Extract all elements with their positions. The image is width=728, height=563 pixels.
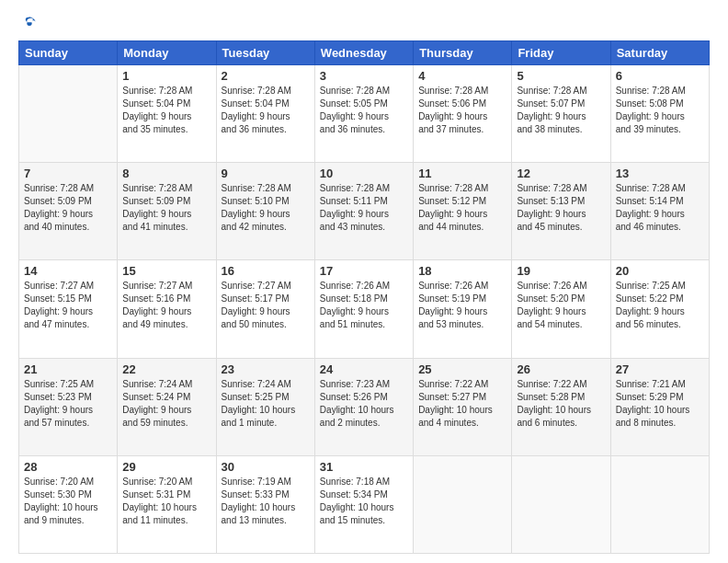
calendar-cell: 18Sunrise: 7:26 AM Sunset: 5:19 PM Dayli…: [414, 260, 512, 358]
day-info: Sunrise: 7:25 AM Sunset: 5:23 PM Dayligh…: [24, 378, 112, 430]
calendar-cell: 16Sunrise: 7:27 AM Sunset: 5:17 PM Dayli…: [216, 260, 314, 358]
calendar-cell: 22Sunrise: 7:24 AM Sunset: 5:24 PM Dayli…: [118, 358, 216, 455]
weekday-header-tuesday: Tuesday: [216, 41, 314, 65]
day-number: 22: [122, 362, 210, 376]
day-number: 18: [418, 264, 506, 278]
weekday-header-monday: Monday: [118, 41, 216, 65]
calendar-cell: 25Sunrise: 7:22 AM Sunset: 5:27 PM Dayli…: [414, 358, 512, 455]
week-row-2: 7Sunrise: 7:28 AM Sunset: 5:09 PM Daylig…: [19, 163, 710, 260]
day-number: 25: [418, 362, 506, 376]
calendar-cell: 1Sunrise: 7:28 AM Sunset: 5:04 PM Daylig…: [118, 65, 216, 163]
day-info: Sunrise: 7:20 AM Sunset: 5:30 PM Dayligh…: [24, 476, 112, 527]
calendar-cell: 6Sunrise: 7:28 AM Sunset: 5:08 PM Daylig…: [610, 65, 709, 163]
weekday-header-saturday: Saturday: [610, 41, 709, 65]
calendar-cell: 4Sunrise: 7:28 AM Sunset: 5:06 PM Daylig…: [414, 65, 512, 163]
day-info: Sunrise: 7:28 AM Sunset: 5:06 PM Dayligh…: [418, 85, 506, 136]
calendar-page: SundayMondayTuesdayWednesdayThursdayFrid…: [0, 0, 728, 563]
calendar-cell: 21Sunrise: 7:25 AM Sunset: 5:23 PM Dayli…: [19, 358, 118, 455]
day-info: Sunrise: 7:27 AM Sunset: 5:15 PM Dayligh…: [24, 280, 112, 331]
day-number: 5: [517, 69, 605, 83]
day-number: 21: [24, 362, 112, 376]
day-number: 23: [222, 362, 310, 376]
day-number: 4: [418, 69, 506, 83]
day-info: Sunrise: 7:28 AM Sunset: 5:04 PM Dayligh…: [222, 85, 310, 136]
calendar-cell: 20Sunrise: 7:25 AM Sunset: 5:22 PM Dayli…: [610, 260, 709, 358]
day-number: 2: [222, 69, 310, 83]
day-number: 30: [222, 460, 310, 474]
day-number: 17: [320, 264, 408, 278]
calendar-cell: 15Sunrise: 7:27 AM Sunset: 5:16 PM Dayli…: [118, 260, 216, 358]
day-info: Sunrise: 7:28 AM Sunset: 5:04 PM Dayligh…: [122, 85, 210, 136]
day-info: Sunrise: 7:28 AM Sunset: 5:05 PM Dayligh…: [320, 85, 408, 136]
calendar-table: SundayMondayTuesdayWednesdayThursdayFrid…: [18, 40, 710, 554]
calendar-cell: 5Sunrise: 7:28 AM Sunset: 5:07 PM Daylig…: [512, 65, 610, 163]
logo-bird-icon: [20, 15, 39, 33]
calendar-cell: 3Sunrise: 7:28 AM Sunset: 5:05 PM Daylig…: [314, 65, 413, 163]
day-number: 31: [320, 460, 408, 474]
logo: [18, 15, 39, 33]
day-number: 13: [616, 167, 704, 180]
day-info: Sunrise: 7:28 AM Sunset: 5:08 PM Dayligh…: [616, 85, 704, 136]
day-info: Sunrise: 7:27 AM Sunset: 5:17 PM Dayligh…: [222, 280, 310, 331]
day-info: Sunrise: 7:26 AM Sunset: 5:20 PM Dayligh…: [517, 280, 605, 331]
calendar-cell: 8Sunrise: 7:28 AM Sunset: 5:09 PM Daylig…: [118, 163, 216, 260]
day-number: 29: [122, 460, 210, 474]
day-number: 3: [320, 69, 408, 83]
day-number: 19: [517, 264, 605, 278]
day-info: Sunrise: 7:28 AM Sunset: 5:13 PM Dayligh…: [517, 182, 605, 234]
weekday-header-row: SundayMondayTuesdayWednesdayThursdayFrid…: [19, 41, 710, 65]
day-number: 10: [320, 167, 408, 180]
day-info: Sunrise: 7:28 AM Sunset: 5:10 PM Dayligh…: [222, 182, 310, 234]
day-number: 15: [122, 264, 210, 278]
day-info: Sunrise: 7:28 AM Sunset: 5:14 PM Dayligh…: [616, 182, 704, 234]
day-info: Sunrise: 7:26 AM Sunset: 5:19 PM Dayligh…: [418, 280, 506, 331]
day-number: 7: [24, 167, 112, 180]
day-number: 20: [616, 264, 704, 278]
day-number: 14: [24, 264, 112, 278]
weekday-header-sunday: Sunday: [19, 41, 118, 65]
day-info: Sunrise: 7:22 AM Sunset: 5:28 PM Dayligh…: [517, 378, 605, 430]
calendar-cell: 24Sunrise: 7:23 AM Sunset: 5:26 PM Dayli…: [314, 358, 413, 455]
calendar-cell: [414, 455, 512, 553]
calendar-cell: 7Sunrise: 7:28 AM Sunset: 5:09 PM Daylig…: [19, 163, 118, 260]
day-info: Sunrise: 7:23 AM Sunset: 5:26 PM Dayligh…: [320, 378, 408, 430]
day-info: Sunrise: 7:18 AM Sunset: 5:34 PM Dayligh…: [320, 476, 408, 527]
calendar-cell: 19Sunrise: 7:26 AM Sunset: 5:20 PM Dayli…: [512, 260, 610, 358]
day-number: 9: [222, 167, 310, 180]
weekday-header-thursday: Thursday: [414, 41, 512, 65]
day-number: 24: [320, 362, 408, 376]
day-number: 8: [122, 167, 210, 180]
week-row-1: 1Sunrise: 7:28 AM Sunset: 5:04 PM Daylig…: [19, 65, 710, 163]
calendar-cell: 12Sunrise: 7:28 AM Sunset: 5:13 PM Dayli…: [512, 163, 610, 260]
day-number: 26: [517, 362, 605, 376]
header: [18, 15, 710, 33]
calendar-cell: [610, 455, 709, 553]
week-row-3: 14Sunrise: 7:27 AM Sunset: 5:15 PM Dayli…: [19, 260, 710, 358]
day-info: Sunrise: 7:28 AM Sunset: 5:07 PM Dayligh…: [517, 85, 605, 136]
day-info: Sunrise: 7:22 AM Sunset: 5:27 PM Dayligh…: [418, 378, 506, 430]
calendar-cell: 28Sunrise: 7:20 AM Sunset: 5:30 PM Dayli…: [19, 455, 118, 553]
day-info: Sunrise: 7:28 AM Sunset: 5:09 PM Dayligh…: [122, 182, 210, 234]
day-info: Sunrise: 7:28 AM Sunset: 5:12 PM Dayligh…: [418, 182, 506, 234]
calendar-cell: 14Sunrise: 7:27 AM Sunset: 5:15 PM Dayli…: [19, 260, 118, 358]
day-number: 16: [222, 264, 310, 278]
day-number: 28: [24, 460, 112, 474]
calendar-cell: [512, 455, 610, 553]
day-number: 27: [616, 362, 704, 376]
weekday-header-friday: Friday: [512, 41, 610, 65]
weekday-header-wednesday: Wednesday: [314, 41, 413, 65]
calendar-cell: 26Sunrise: 7:22 AM Sunset: 5:28 PM Dayli…: [512, 358, 610, 455]
day-number: 12: [517, 167, 605, 180]
day-info: Sunrise: 7:25 AM Sunset: 5:22 PM Dayligh…: [616, 280, 704, 331]
calendar-cell: 2Sunrise: 7:28 AM Sunset: 5:04 PM Daylig…: [216, 65, 314, 163]
calendar-cell: 17Sunrise: 7:26 AM Sunset: 5:18 PM Dayli…: [314, 260, 413, 358]
week-row-5: 28Sunrise: 7:20 AM Sunset: 5:30 PM Dayli…: [19, 455, 710, 553]
week-row-4: 21Sunrise: 7:25 AM Sunset: 5:23 PM Dayli…: [19, 358, 710, 455]
calendar-cell: 31Sunrise: 7:18 AM Sunset: 5:34 PM Dayli…: [314, 455, 413, 553]
day-info: Sunrise: 7:24 AM Sunset: 5:24 PM Dayligh…: [122, 378, 210, 430]
calendar-cell: 23Sunrise: 7:24 AM Sunset: 5:25 PM Dayli…: [216, 358, 314, 455]
calendar-cell: 27Sunrise: 7:21 AM Sunset: 5:29 PM Dayli…: [610, 358, 709, 455]
day-info: Sunrise: 7:28 AM Sunset: 5:11 PM Dayligh…: [320, 182, 408, 234]
day-number: 11: [418, 167, 506, 180]
day-info: Sunrise: 7:19 AM Sunset: 5:33 PM Dayligh…: [222, 476, 310, 527]
